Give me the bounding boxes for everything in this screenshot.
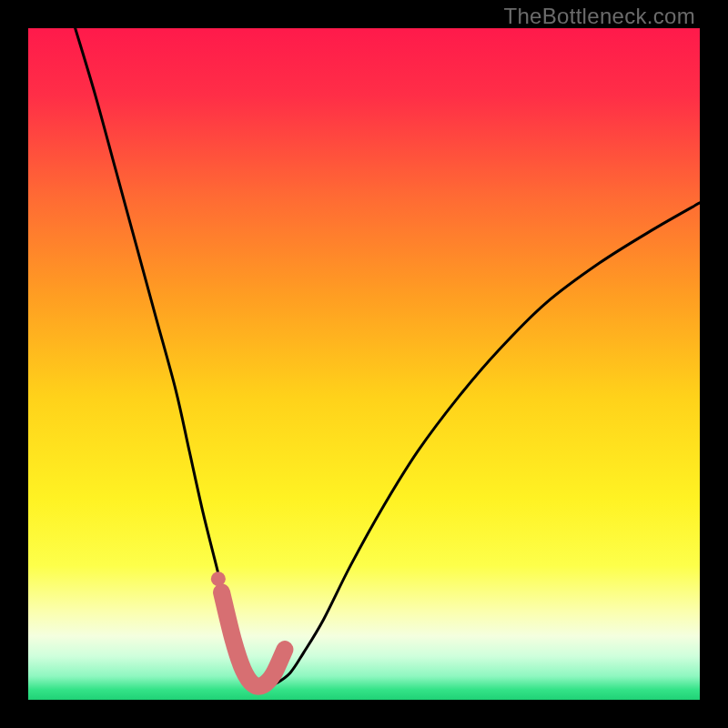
watermark-label: TheBottleneck.com (503, 4, 695, 29)
plot-area (28, 28, 700, 700)
gradient-background (28, 28, 700, 700)
chart-frame: TheBottleneck.com (0, 0, 728, 728)
highlight-dot (211, 571, 226, 586)
chart-svg (28, 28, 700, 700)
